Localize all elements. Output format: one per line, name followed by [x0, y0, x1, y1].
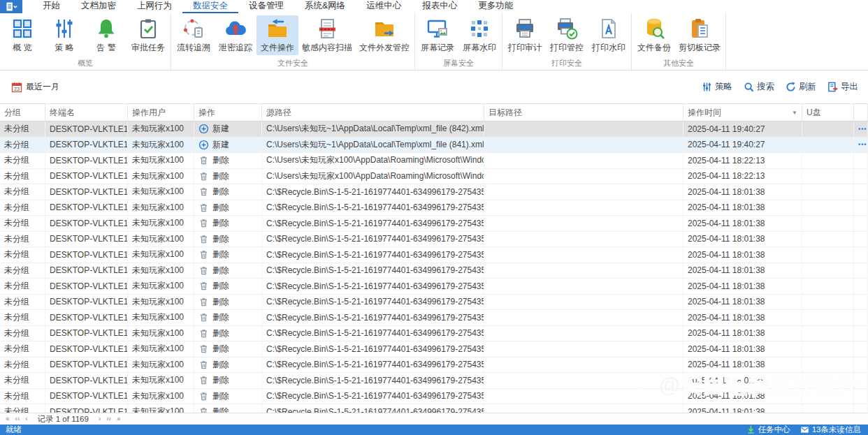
ribbon-group-label: 文件安全 [173, 58, 413, 70]
menu-tab-3[interactable]: 数据安全 [182, 0, 238, 13]
ribbon-item-folder-out[interactable]: 文件外发管控 [356, 15, 413, 55]
table-row[interactable]: 未分组DESKTOP-VLKTLE1未知玩家x100删除C:\$Recycle.… [0, 357, 868, 374]
cell-usb [802, 341, 854, 357]
column-header-label: 目标路径 [489, 107, 522, 119]
cell-target [484, 200, 683, 216]
menu-tab-7[interactable]: 报表中心 [412, 0, 468, 13]
column-header-3[interactable]: 操作 [194, 104, 262, 121]
ribbon-item-doc-a[interactable]: 打印水印 [588, 15, 630, 55]
app-menu-button[interactable] [0, 0, 22, 13]
column-header-7[interactable]: U盘 [802, 104, 854, 121]
cell-menu [854, 295, 868, 310]
table-row[interactable]: 未分组DESKTOP-VLKTLE1未知玩家x100删除C:\$Recycle.… [0, 232, 868, 248]
ribbon-item-label: 文件操作 [261, 42, 294, 54]
ribbon-item-printer[interactable]: 打印审计 [504, 15, 546, 55]
table-row[interactable]: 未分组DESKTOP-VLKTLE1未知玩家x100删除C:\$Recycle.… [0, 184, 868, 200]
cell-source: C:\$Recycle.Bin\S-1-5-21-1619774401-6349… [262, 200, 484, 216]
toolbar-search-button[interactable]: 搜索 [744, 81, 774, 93]
ribbon-item-cloud-arrow[interactable]: 泄密追踪 [215, 15, 256, 55]
unread-messages-button[interactable]: 13条未读信息 [800, 425, 861, 435]
table-row[interactable]: 未分组DESKTOP-VLKTLE1未知玩家x100删除C:\$Recycle.… [0, 295, 868, 311]
column-filter-arrow-icon[interactable]: ▼ [792, 110, 797, 116]
cell-source: C:\$Recycle.Bin\S-1-5-21-1619774401-6349… [262, 184, 484, 200]
table-row[interactable]: 未分组DESKTOP-VLKTLE1未知玩家x100删除C:\Users\未知玩… [0, 153, 868, 169]
table-row[interactable]: 未分组DESKTOP-VLKTLE1未知玩家x100删除C:\$Recycle.… [0, 216, 868, 232]
cell-menu [854, 357, 868, 373]
column-header-5[interactable]: 目标路径 [484, 104, 683, 121]
toolbar-refresh-button[interactable]: 刷新 [786, 81, 816, 93]
pager-first-button[interactable]: « [3, 414, 13, 424]
ribbon-item-sliders[interactable]: 策 略 [43, 15, 85, 55]
row-menu-button[interactable]: ••• [858, 141, 867, 148]
toolbar-export-button[interactable]: 导出 [827, 81, 858, 93]
ribbon-item-monitor[interactable]: 屏幕记录 [417, 15, 458, 55]
date-range-filter[interactable]: 23 最近一月 [11, 81, 59, 93]
cell-terminal: DESKTOP-VLKTLE1 [45, 232, 128, 247]
column-header-1[interactable]: 终端名 [45, 104, 128, 121]
ribbon-item-folder-back[interactable]: 文件操作 [256, 15, 298, 55]
pager-prev-page-button[interactable]: ‹‹ [13, 414, 23, 424]
cell-menu [854, 153, 868, 168]
cell-source: C:\Users\未知玩~1\AppData\Local\Temp\xml_fi… [262, 138, 484, 153]
cell-usb [802, 247, 854, 263]
table-row[interactable]: 未分组DESKTOP-VLKTLE1未知玩家x100新建C:\Users\未知玩… [0, 138, 868, 154]
ribbon-item-clipboard-check[interactable]: 审批任务 [127, 15, 169, 55]
grid-body: 未分组DESKTOP-VLKTLE1未知玩家x100新建C:\Users\未知玩… [0, 121, 868, 413]
trash-icon [198, 155, 209, 165]
grid-header-row: 分组终端名操作用户操作源路径目标路径操作时间▼U盘 [0, 104, 868, 121]
pager-next-button[interactable]: › [96, 414, 103, 424]
action-label: 删除 [212, 311, 229, 323]
ribbon-item-cycle[interactable]: 流转追溯 [173, 15, 215, 55]
ribbon-item-label: 策 略 [55, 42, 73, 54]
column-header-0[interactable]: 分组 [0, 104, 45, 121]
sliders-small-icon [702, 82, 712, 92]
table-row[interactable]: 未分组DESKTOP-VLKTLE1未知玩家x100删除C:\$Recycle.… [0, 326, 868, 342]
table-row[interactable]: 未分组DESKTOP-VLKTLE1未知玩家x100删除C:\$Recycle.… [0, 263, 868, 279]
pager-next-page-button[interactable]: ›› [103, 414, 114, 424]
menu-tabs: 开始文档加密上网行为数据安全设备管理系统&网络运维中心报表中心更多功能 [32, 0, 523, 13]
ribbon-item-label: 告 警 [96, 42, 115, 54]
menu-tab-0[interactable]: 开始 [32, 0, 71, 13]
menu-tab-5[interactable]: 系统&网络 [294, 0, 356, 13]
column-header-8[interactable] [854, 104, 868, 121]
trash-icon [198, 171, 209, 182]
pager-last-button[interactable]: » [114, 414, 124, 424]
ribbon-item-clipboard-doc[interactable]: 剪切板记录 [675, 15, 724, 55]
menu-tab-2[interactable]: 上网行为 [126, 0, 182, 13]
table-row[interactable]: 未分组DESKTOP-VLKTLE1未知玩家x100删除C:\$Recycle.… [0, 247, 868, 263]
column-header-2[interactable]: 操作用户 [128, 104, 194, 121]
table-row[interactable]: 未分组DESKTOP-VLKTLE1未知玩家x100删除C:\$Recycle.… [0, 389, 868, 405]
menu-tab-6[interactable]: 运维中心 [356, 0, 412, 13]
cell-usb [802, 138, 854, 153]
table-row[interactable]: 未分组DESKTOP-VLKTLE1未知玩家x100删除C:\$Recycle.… [0, 341, 868, 357]
row-menu-button[interactable]: ••• [858, 126, 867, 133]
cell-target [484, 310, 683, 325]
ribbon-group-1: 流转追溯泄密追踪文件操作敏感内容扫描文件外发管控文件安全 [171, 13, 415, 70]
cell-time: 2025-04-11 18:01:38 [683, 326, 802, 341]
cell-target [484, 216, 683, 231]
task-center-button[interactable]: 任务中心 [746, 425, 790, 435]
pager-prev-button[interactable]: ‹ [22, 414, 30, 424]
toolbar-button-label: 导出 [841, 81, 858, 93]
ribbon-item-grid[interactable]: 概 览 [1, 15, 43, 55]
ribbon-item-printer-shield[interactable]: 打印管控 [546, 15, 588, 55]
ribbon-item-bell[interactable]: 告 警 [85, 15, 127, 55]
table-row[interactable]: 未分组DESKTOP-VLKTLE1未知玩家x100删除C:\$Recycle.… [0, 373, 868, 389]
menu-tab-4[interactable]: 设备管理 [238, 0, 294, 13]
ribbon-item-watermark-grid[interactable]: 屏幕水印 [458, 15, 500, 55]
table-row[interactable]: 未分组DESKTOP-VLKTLE1未知玩家x100新建C:\Users\未知玩… [0, 121, 868, 138]
table-row[interactable]: 未分组DESKTOP-VLKTLE1未知玩家x100删除C:\Users\未知玩… [0, 169, 868, 185]
table-row[interactable]: 未分组DESKTOP-VLKTLE1未知玩家x100删除C:\$Recycle.… [0, 279, 868, 295]
cell-time: 2025-04-11 18:01:38 [683, 389, 802, 404]
column-header-6[interactable]: 操作时间▼ [683, 104, 802, 121]
table-row[interactable]: 未分组DESKTOP-VLKTLE1未知玩家x100删除C:\$Recycle.… [0, 200, 868, 216]
ribbon-item-doc-scan[interactable]: 敏感内容扫描 [298, 15, 356, 55]
toolbar-sliders-button[interactable]: 策略 [702, 81, 732, 93]
column-header-4[interactable]: 源路径 [262, 104, 484, 121]
menu-tab-8[interactable]: 更多功能 [468, 0, 523, 13]
menu-tab-1[interactable]: 文档加密 [71, 0, 126, 13]
table-row[interactable]: 未分组DESKTOP-VLKTLE1未知玩家x100删除C:\$Recycle.… [0, 310, 868, 326]
ribbon-item-db-search[interactable]: 文件备份 [633, 15, 675, 55]
ribbon-item-label: 打印水印 [592, 42, 625, 54]
table-row[interactable]: 未分组DESKTOP-VLKTLE1未知玩家x100删除C:\$Recycle.… [0, 404, 868, 413]
